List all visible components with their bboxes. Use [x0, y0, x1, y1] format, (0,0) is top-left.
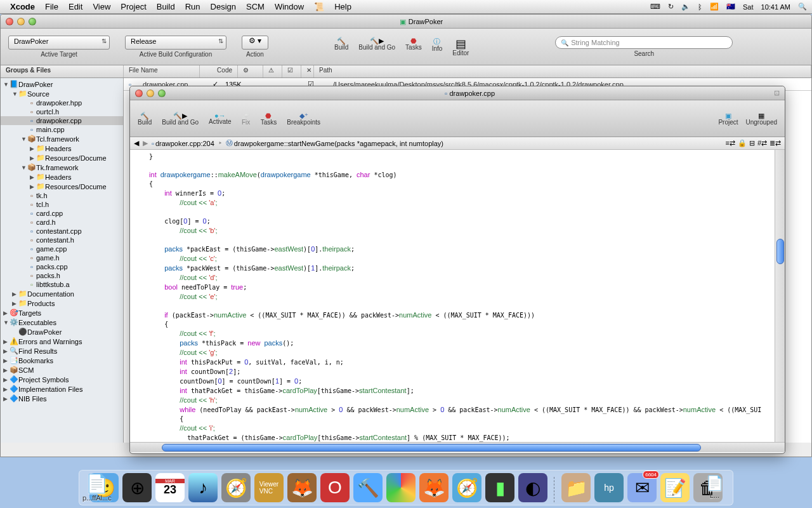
spotlight-icon[interactable]: 🔍: [798, 3, 807, 11]
dock-hp[interactable]: hp: [594, 473, 624, 502]
menu-script-icon[interactable]: 📜: [314, 2, 324, 11]
ed-build-go-button[interactable]: 🔨▶Build and Go: [162, 112, 199, 126]
horizontal-scrollbar[interactable]: [130, 442, 785, 452]
tree-item[interactable]: ▼⚙️Executables: [1, 318, 123, 327]
bc-function[interactable]: Ⓜ drawpokergame::startNewGame(packs *aga…: [226, 138, 443, 148]
tree-item[interactable]: ▫card.cpp: [1, 209, 123, 218]
editor-button[interactable]: ▤Editor: [452, 37, 469, 57]
bc-lock-icon[interactable]: 🔒: [738, 139, 747, 147]
dock-vnc[interactable]: ViewerVNC: [254, 473, 284, 502]
bc-more[interactable]: ≣⇄: [769, 139, 781, 147]
tree-item[interactable]: ▶📦SCM: [1, 365, 123, 375]
bc-num[interactable]: #⇄: [757, 139, 767, 147]
tree-item[interactable]: ▫libttkstub.a: [1, 280, 123, 289]
close-button[interactable]: [6, 18, 13, 25]
dock-eclipse[interactable]: ◐: [518, 473, 547, 502]
tree-item[interactable]: ▶⚠️Errors and Warnings: [1, 337, 123, 346]
dock-stickies[interactable]: 📝: [660, 473, 690, 502]
menu-file[interactable]: File: [45, 2, 58, 11]
col-warn[interactable]: ⚠: [263, 65, 282, 77]
ed-tasks-button[interactable]: ⬣Tasks: [261, 112, 277, 126]
active-target-dropdown[interactable]: DrawPoker: [8, 36, 110, 50]
nav-fwd[interactable]: ▶: [143, 139, 148, 147]
tree-item[interactable]: ▫drawpoker.hpp: [1, 98, 123, 107]
dock-xcode[interactable]: 🔨: [353, 473, 383, 502]
build-config-dropdown[interactable]: Release: [125, 36, 226, 50]
toolbar-toggle-icon[interactable]: ⊡: [774, 89, 780, 97]
ed-ungrouped-button[interactable]: ▦Ungrouped: [746, 112, 777, 126]
ed-activate-button[interactable]: ●→Activate: [209, 112, 232, 125]
tree-item[interactable]: ▶📁Documentation: [1, 289, 123, 298]
tree-item[interactable]: ▶📁Resources/Docume: [1, 153, 123, 163]
status-sync-icon[interactable]: ↻: [668, 3, 674, 11]
tree-item[interactable]: ▫packs.h: [1, 271, 123, 280]
tree-item[interactable]: ▶🔷Project Symbols: [1, 375, 123, 384]
dock-opera[interactable]: O: [320, 473, 350, 502]
zoom-button[interactable]: [29, 18, 36, 25]
scroll-thumb-v[interactable]: [776, 239, 784, 264]
bc-split[interactable]: ⊟: [749, 139, 755, 147]
tree-item[interactable]: ▫tk.h: [1, 191, 123, 200]
menu-scm[interactable]: SCM: [246, 2, 265, 11]
tree-item[interactable]: ▫drawpoker.cpp: [1, 116, 123, 125]
editor-titlebar[interactable]: ▫ drawpoker.cpp ⊡: [130, 86, 785, 100]
tree-item[interactable]: ▫contestant.h: [1, 236, 123, 244]
menu-help[interactable]: Help: [334, 2, 351, 11]
tree-item[interactable]: ▶📁Headers: [1, 172, 123, 182]
col-code[interactable]: Code: [200, 65, 238, 77]
dock-safari[interactable]: 🧭: [452, 473, 481, 502]
menu-edit[interactable]: Edit: [69, 2, 82, 11]
status-time[interactable]: 10:41 AM: [761, 3, 790, 11]
bc-file[interactable]: ▫ drawpoker.cpp:204: [152, 140, 214, 147]
dock-chrome[interactable]: [386, 473, 416, 502]
dock-folder[interactable]: 📁: [561, 473, 591, 502]
menu-build[interactable]: Build: [157, 2, 175, 11]
tree-item[interactable]: ▼📁Source: [1, 89, 123, 98]
dock-mail[interactable]: ✉6604: [627, 473, 657, 502]
action-menu[interactable]: ⚙ ▾: [242, 36, 268, 50]
tree-item[interactable]: ▶🔷NIB Files: [1, 394, 123, 403]
menu-run[interactable]: Run: [185, 2, 200, 11]
status-flag-icon[interactable]: 🇦🇺: [726, 3, 735, 11]
project-sidebar[interactable]: ▼📘DrawPoker▼📁Source▫drawpoker.hpp▫ourtcl…: [1, 78, 124, 443]
col-build[interactable]: ⚙: [238, 65, 263, 77]
menu-view[interactable]: View: [93, 2, 110, 11]
tree-item[interactable]: ▫contestant.cpp: [1, 227, 123, 236]
tree-item[interactable]: ▫main.cpp: [1, 125, 123, 134]
dock-calendar[interactable]: MAR23: [155, 473, 185, 502]
build-button[interactable]: 🔨Build: [334, 37, 348, 57]
bc-counterpart[interactable]: ≡⇄: [725, 139, 735, 147]
minimize-button[interactable]: [17, 18, 25, 25]
info-button[interactable]: ⓘInfo: [432, 37, 443, 57]
menu-project[interactable]: Project: [121, 2, 146, 11]
editor-minimize-button[interactable]: [147, 90, 154, 97]
ed-breakpoints-button[interactable]: ◆⁺Breakpoints: [287, 112, 320, 126]
desktop-icon-left[interactable]: 📄p...ffAl...c: [82, 473, 112, 502]
dock-terminal[interactable]: ▮: [485, 473, 514, 502]
dock-itunes[interactable]: ♪: [188, 473, 218, 502]
desktop-icon-right[interactable]: 📄L...: [706, 475, 723, 499]
status-bluetooth-icon[interactable]: ᛒ: [698, 3, 702, 11]
col-groups[interactable]: Groups & Files: [1, 65, 124, 77]
nav-back[interactable]: ◀: [134, 139, 139, 147]
tree-item[interactable]: ▫card.h: [1, 218, 123, 227]
col-x[interactable]: ✕: [301, 65, 314, 77]
status-keys-icon[interactable]: ⌨: [650, 3, 660, 11]
vertical-scrollbar[interactable]: [775, 150, 785, 443]
col-path[interactable]: Path: [314, 65, 811, 77]
tree-item[interactable]: ▶📁Resources/Docume: [1, 182, 123, 191]
tree-item[interactable]: ▶📑Bookmarks: [1, 356, 123, 365]
ed-build-button[interactable]: 🔨Build: [138, 112, 152, 126]
tree-item[interactable]: ▫ourtcl.h: [1, 107, 123, 116]
tree-item[interactable]: ⚫DrawPoker: [1, 327, 123, 337]
tasks-button[interactable]: ⬣Tasks: [405, 37, 422, 57]
tree-item[interactable]: ▶📁Products: [1, 298, 123, 308]
tree-item[interactable]: ▶🎯Targets: [1, 308, 123, 318]
scroll-thumb-h[interactable]: [162, 444, 701, 451]
tree-item[interactable]: ▼📦Tk.framework: [1, 163, 123, 172]
dock-gimp[interactable]: 🦊: [287, 473, 317, 502]
tree-item[interactable]: ▫game.h: [1, 253, 123, 262]
col-target[interactable]: ☑: [282, 65, 301, 77]
dock-dashboard[interactable]: ⊕: [122, 473, 152, 502]
menu-window[interactable]: Window: [275, 2, 304, 11]
